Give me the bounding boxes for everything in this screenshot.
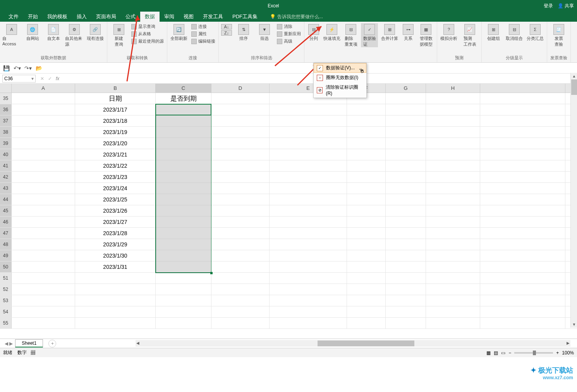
tab-page-layout[interactable]: 页面布局 [91, 12, 121, 22]
cell[interactable] [386, 149, 426, 160]
cell[interactable] [211, 239, 270, 250]
from-text-button[interactable]: 📄自文本 [44, 23, 63, 41]
fx-icon[interactable]: fx [56, 76, 59, 81]
vertical-scrollbar[interactable]: ▲ ▼ [570, 73, 577, 328]
cell[interactable] [75, 284, 156, 295]
cell[interactable]: 是否到期 [156, 93, 211, 104]
cell[interactable] [75, 295, 156, 306]
cell[interactable] [270, 149, 347, 160]
cell[interactable] [156, 239, 211, 250]
cell[interactable] [426, 127, 480, 138]
grid-row[interactable]: 412023/1/22 [0, 160, 577, 172]
zoom-value[interactable]: 100% [562, 350, 574, 356]
grid-row[interactable]: 54 [0, 306, 577, 318]
cell[interactable] [347, 295, 386, 306]
cell[interactable] [12, 160, 75, 171]
cell[interactable] [211, 172, 270, 182]
cell[interactable] [480, 172, 565, 182]
cell[interactable] [480, 93, 565, 104]
row-header[interactable]: 37 [0, 115, 12, 126]
cell[interactable] [270, 160, 347, 171]
cell[interactable] [156, 261, 211, 272]
col-header-rest[interactable] [480, 84, 565, 93]
cell[interactable] [156, 104, 211, 115]
cell[interactable]: 2023/1/27 [75, 217, 156, 227]
fill-handle[interactable] [210, 272, 213, 274]
open-button[interactable]: 📂 [36, 65, 42, 71]
cell[interactable] [156, 306, 211, 317]
cell[interactable]: 2023/1/20 [75, 138, 156, 149]
cell[interactable] [270, 194, 347, 205]
grid-row[interactable]: 442023/1/25 [0, 194, 577, 205]
cell[interactable] [12, 194, 75, 205]
cell[interactable] [426, 306, 480, 317]
cell[interactable] [480, 160, 565, 171]
cell[interactable] [270, 239, 347, 250]
cell[interactable] [347, 250, 386, 261]
cell[interactable] [347, 183, 386, 194]
cell[interactable] [12, 318, 75, 328]
cell[interactable] [156, 205, 211, 216]
refresh-all-button[interactable]: 🔄全部刷新 [170, 23, 188, 41]
cell[interactable] [386, 160, 426, 171]
cell[interactable] [426, 250, 480, 261]
row-header[interactable]: 43 [0, 183, 12, 194]
save-button[interactable]: 💾 [3, 65, 9, 71]
row-header[interactable]: 54 [0, 306, 12, 317]
spreadsheet-grid[interactable]: A B C D E F G H 35日期是否到期362023/1/1737202… [0, 84, 577, 339]
existing-conn-button[interactable]: 🔗现有连接 [86, 23, 105, 41]
cell[interactable] [156, 318, 211, 328]
tab-developer[interactable]: 开发工具 [198, 12, 228, 22]
enter-icon[interactable]: ✓ [48, 76, 52, 81]
hscroll-thumb[interactable] [318, 340, 414, 346]
cell[interactable] [386, 261, 426, 272]
row-header[interactable]: 55 [0, 318, 12, 328]
grid-row[interactable]: 392023/1/20 [0, 138, 577, 149]
grid-row[interactable]: 55 [0, 318, 577, 329]
relationships-button[interactable]: ⊶关系 [401, 23, 415, 41]
dv-circle-invalid-item[interactable]: ○圈释无效数据(I) [314, 73, 366, 83]
cell[interactable] [12, 183, 75, 194]
col-header-C[interactable]: C [156, 84, 211, 93]
row-header[interactable]: 36 [0, 104, 12, 115]
cell[interactable] [426, 205, 480, 216]
cell[interactable]: 2023/1/26 [75, 205, 156, 216]
cell[interactable] [270, 295, 347, 306]
cell[interactable]: 2023/1/18 [75, 115, 156, 126]
cell[interactable] [386, 239, 426, 250]
cell[interactable] [426, 239, 480, 250]
cell[interactable] [270, 138, 347, 149]
cell[interactable] [426, 149, 480, 160]
cell[interactable]: 2023/1/23 [75, 172, 156, 182]
cell[interactable] [480, 273, 565, 284]
cell[interactable] [426, 217, 480, 227]
col-header-B[interactable]: B [75, 84, 156, 93]
cancel-icon[interactable]: ✕ [40, 76, 44, 81]
cell[interactable] [211, 149, 270, 160]
cell[interactable] [211, 217, 270, 227]
cell[interactable] [347, 104, 386, 115]
cell[interactable] [12, 273, 75, 284]
cell[interactable] [12, 250, 75, 261]
cell[interactable]: 2023/1/24 [75, 183, 156, 194]
cell[interactable] [386, 115, 426, 126]
cell[interactable] [211, 261, 270, 272]
cell[interactable] [480, 318, 565, 328]
vscroll-thumb[interactable] [571, 79, 577, 95]
cell[interactable] [12, 239, 75, 250]
group-button[interactable]: ⊞创建组 [484, 23, 503, 41]
cell[interactable] [270, 284, 347, 295]
cell[interactable] [386, 318, 426, 328]
cell[interactable] [12, 127, 75, 138]
cell[interactable]: 2023/1/21 [75, 149, 156, 160]
cell[interactable] [156, 194, 211, 205]
invoice-button[interactable]: 🧾发票 查验 [550, 23, 568, 47]
cell[interactable]: 2023/1/17 [75, 104, 156, 115]
cell[interactable] [347, 115, 386, 126]
cell[interactable] [211, 183, 270, 194]
cell[interactable]: 2023/1/25 [75, 194, 156, 205]
grid-row[interactable]: 51 [0, 273, 577, 284]
cell[interactable] [156, 127, 211, 138]
sort-asc-button[interactable]: A↓Z↓ [221, 23, 232, 36]
cell[interactable] [156, 149, 211, 160]
